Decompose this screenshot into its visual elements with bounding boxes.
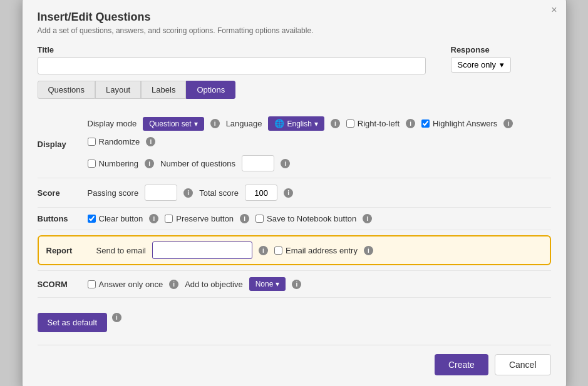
- email-address-entry-info-icon[interactable]: i: [364, 246, 373, 255]
- report-row-content: Send to email i Email address entry i: [96, 241, 542, 259]
- answer-only-once-checkbox[interactable]: [88, 280, 96, 288]
- report-row: Report Send to email i Email address ent…: [38, 235, 551, 265]
- globe-icon: 🌐: [274, 119, 284, 128]
- numbering-label: Numbering: [99, 159, 139, 168]
- score-only-dropdown[interactable]: Score only ▾: [451, 57, 511, 73]
- email-address-entry-checkbox[interactable]: [274, 246, 282, 255]
- language-arrow: ▾: [314, 119, 318, 128]
- send-email-input[interactable]: [152, 241, 252, 259]
- randomize-checkbox[interactable]: [88, 138, 96, 146]
- tab-questions[interactable]: Questions: [38, 81, 96, 99]
- report-row-label: Report: [46, 246, 96, 255]
- preserve-button-info-icon[interactable]: i: [240, 214, 249, 223]
- cancel-button[interactable]: Cancel: [495, 354, 551, 375]
- close-button[interactable]: ×: [551, 4, 557, 16]
- add-to-objective-label: Add to objective: [185, 280, 243, 289]
- passing-score-input[interactable]: [145, 185, 177, 201]
- right-to-left-checkbox[interactable]: [346, 119, 354, 128]
- save-notebook-group: Save to Notebook button: [255, 214, 356, 223]
- total-score-input[interactable]: [245, 185, 277, 201]
- randomize-label: Randomize: [99, 137, 140, 146]
- language-dropdown[interactable]: 🌐 English ▾: [268, 116, 324, 131]
- right-to-left-label: Right-to-left: [358, 119, 400, 128]
- right-to-left-info-icon[interactable]: i: [406, 119, 415, 128]
- highlight-answers-checkbox[interactable]: [421, 119, 430, 128]
- objective-info-icon[interactable]: i: [292, 280, 301, 289]
- language-label: Language: [226, 119, 262, 128]
- num-questions-info-icon[interactable]: i: [281, 159, 290, 168]
- tab-options[interactable]: Options: [186, 81, 235, 99]
- highlight-answers-info-icon[interactable]: i: [503, 119, 513, 128]
- objective-dropdown[interactable]: None ▾: [249, 277, 286, 291]
- report-section: Report Send to email i Email address ent…: [38, 230, 551, 270]
- total-score-label: Total score: [199, 188, 239, 198]
- clear-button-info-icon[interactable]: i: [149, 214, 158, 223]
- numbering-info-icon[interactable]: i: [145, 159, 154, 168]
- right-to-left-group: Right-to-left: [346, 119, 400, 128]
- clear-button-label: Clear button: [99, 214, 143, 223]
- tab-labels[interactable]: Labels: [141, 81, 186, 99]
- highlight-answers-label: Highlight Answers: [433, 119, 497, 128]
- save-notebook-label: Save to Notebook button: [267, 214, 356, 223]
- clear-button-group: Clear button: [88, 214, 143, 223]
- response-label: Response: [451, 45, 551, 54]
- answer-only-once-group: Answer only once: [88, 280, 163, 289]
- display-row: Display Display mode Question set ▾ i La…: [38, 110, 551, 178]
- scorm-row-label: SCORM: [38, 280, 88, 289]
- num-questions-input[interactable]: [242, 155, 274, 171]
- score-dropdown-arrow: ▾: [500, 60, 504, 69]
- preserve-button-group: Preserve button: [165, 214, 234, 223]
- display-mode-arrow: ▾: [194, 119, 198, 128]
- randomize-group: Randomize: [88, 137, 140, 146]
- set-default-button[interactable]: Set as default: [38, 313, 108, 332]
- buttons-row-label: Buttons: [38, 214, 88, 223]
- footer-actions: Create Cancel: [38, 345, 551, 375]
- num-questions-label: Number of questions: [160, 159, 235, 168]
- scorm-row-content: Answer only once i Add to objective None…: [88, 277, 551, 291]
- modal-container: × Insert/Edit Questions Add a set of que…: [22, 0, 567, 386]
- save-notebook-checkbox[interactable]: [255, 215, 264, 223]
- numbering-checkbox[interactable]: [88, 160, 96, 168]
- buttons-row: Buttons Clear button i Preserve button i…: [38, 208, 551, 230]
- preserve-button-checkbox[interactable]: [165, 215, 173, 223]
- display-row-content: Display mode Question set ▾ i Language 🌐…: [88, 116, 551, 171]
- title-input[interactable]: [38, 57, 426, 74]
- preserve-button-label: Preserve button: [176, 214, 234, 223]
- display-mode-info-icon[interactable]: i: [210, 119, 220, 128]
- passing-score-label: Passing score: [88, 188, 139, 198]
- passing-score-info-icon[interactable]: i: [183, 188, 193, 198]
- total-score-info-icon[interactable]: i: [284, 188, 293, 198]
- display-mode-value: Question set: [149, 119, 191, 128]
- tab-layout[interactable]: Layout: [95, 81, 141, 99]
- score-row: Score Passing score i Total score i: [38, 178, 551, 208]
- score-row-content: Passing score i Total score i: [88, 185, 551, 201]
- save-notebook-info-icon[interactable]: i: [363, 214, 372, 223]
- response-section: Response Score only ▾: [451, 45, 551, 73]
- display-mode-label: Display mode: [88, 119, 137, 128]
- title-section: Title: [38, 45, 426, 74]
- clear-button-checkbox[interactable]: [88, 215, 96, 223]
- display-mode-dropdown[interactable]: Question set ▾: [143, 117, 204, 131]
- buttons-row-content: Clear button i Preserve button i Save to…: [88, 214, 551, 223]
- score-only-label: Score only: [458, 60, 496, 69]
- header-section: Title Response Score only ▾: [38, 45, 551, 74]
- email-address-entry-label: Email address entry: [286, 246, 358, 255]
- set-default-info-icon[interactable]: i: [112, 313, 121, 322]
- objective-value: None: [255, 280, 274, 288]
- objective-arrow: ▾: [276, 280, 279, 288]
- language-value: English: [287, 119, 311, 128]
- score-row-label: Score: [38, 188, 88, 198]
- create-button[interactable]: Create: [435, 354, 488, 375]
- send-email-info-icon[interactable]: i: [259, 246, 268, 255]
- language-info-icon[interactable]: i: [331, 119, 340, 128]
- numbering-group: Numbering: [88, 159, 139, 168]
- modal-title: Insert/Edit Questions: [38, 11, 551, 24]
- answer-only-once-label: Answer only once: [99, 280, 163, 289]
- answer-only-once-info-icon[interactable]: i: [169, 280, 178, 289]
- randomize-info-icon[interactable]: i: [146, 137, 155, 146]
- scorm-row: SCORM Answer only once i Add to objectiv…: [38, 270, 551, 298]
- display-row-label: Display: [38, 140, 88, 149]
- highlight-answers-group: Highlight Answers: [421, 119, 497, 128]
- modal-subtitle: Add a set of questions, answers, and sco…: [38, 26, 551, 35]
- email-address-entry-group: Email address entry: [274, 246, 358, 255]
